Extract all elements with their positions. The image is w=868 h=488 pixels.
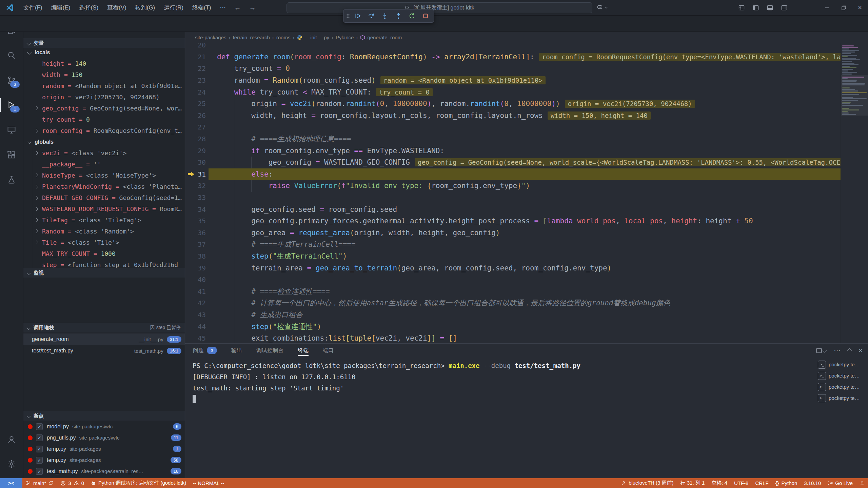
debug-restart-button[interactable] <box>406 11 418 21</box>
drag-handle-icon[interactable] <box>346 12 350 20</box>
code-line-37[interactable]: 37 # ====生成TerrainCell==== <box>185 239 841 250</box>
terminal-list-item[interactable]: >_pocketpy te… <box>818 392 867 404</box>
code-line-25[interactable]: 25 origin = vec2i(random.randint(0, 1000… <box>185 98 841 110</box>
variable-row[interactable]: geo_config = GeoConfig(seed=None, wor… <box>23 103 185 114</box>
status-item-right-7[interactable]: Go Live <box>824 478 856 488</box>
command-center[interactable]: [扩展开发宿主] godot-ldtk <box>287 2 592 13</box>
section-breakpoints[interactable]: 断点 <box>23 411 185 421</box>
code-line-27[interactable]: 27 <box>185 121 841 133</box>
variable-row[interactable]: locals <box>23 47 185 58</box>
status-item-left-3[interactable]: -- NORMAL -- <box>190 478 228 488</box>
copilot-button[interactable] <box>596 3 607 11</box>
code-line-20[interactable]: 20 <box>185 43 841 51</box>
breakpoint-checkbox[interactable]: ✓ <box>36 434 43 441</box>
maximize-panel-icon[interactable] <box>848 347 851 353</box>
breakpoint-checkbox[interactable]: ✓ <box>36 446 43 452</box>
variable-row[interactable]: __package__ = '' <box>23 159 185 170</box>
status-item-right-3[interactable]: UTF-8 <box>731 478 752 488</box>
menu-item-4[interactable]: 转到(G) <box>131 2 160 14</box>
code-line-42[interactable]: 42 # 计算每一个出口的中心，然后使用astar生成路径，确保每一个出口组合都… <box>185 297 841 309</box>
code-line-44[interactable]: 44 step("检查连通性") <box>185 321 841 333</box>
run-and-debug-icon[interactable]: 1 <box>3 97 20 113</box>
menu-item-0[interactable]: 文件(F) <box>19 2 47 14</box>
variable-row[interactable]: PlanetaryWindConfig = <class 'Planeta… <box>23 181 185 192</box>
variable-row[interactable]: TileTag = <class 'TileTag'> <box>23 215 185 226</box>
code-line-23[interactable]: 23 random = Random(room_config.seed)rand… <box>185 75 841 86</box>
code-line-35[interactable]: 35 geo_config.primary_forces.geothermal_… <box>185 215 841 227</box>
terminal-list-item[interactable]: >_pocketpy te… <box>818 359 867 370</box>
search-icon[interactable] <box>3 47 20 63</box>
terminal[interactable]: PS C:\computer_science\godot-ldtk\site-p… <box>193 357 817 478</box>
status-item-right-1[interactable]: 行 31, 列 1 <box>677 478 708 488</box>
variable-row[interactable]: WASTELAND_ROOM_REQUEST_CONFIG = RoomR… <box>23 203 185 215</box>
more-actions-icon[interactable]: ⋯ <box>834 346 841 354</box>
status-item-right-6[interactable]: 3.10.10 <box>801 478 824 488</box>
callstack-frame[interactable]: generate_room__init__.py31:1 <box>23 333 185 345</box>
nav-forward-icon[interactable]: → <box>245 4 260 12</box>
close-window-button[interactable]: × <box>852 0 868 15</box>
breadcrumb-item-__init__.py[interactable]: __init__.py <box>297 35 329 40</box>
code-line-38[interactable]: 38 step("生成TerrainCell") <box>185 250 841 262</box>
code-line-28[interactable]: 28 # ====生成初始地理信息==== <box>185 133 841 145</box>
nav-back-icon[interactable]: ← <box>230 4 245 12</box>
code-line-45[interactable]: 45 exit_combinations:list[tuple[vec2i, v… <box>185 332 841 343</box>
section-watch[interactable]: 监视 <box>23 268 185 278</box>
debug-continue-button[interactable] <box>352 11 363 21</box>
breakpoint-row[interactable]: ✓temp.pysite-packages1 <box>23 443 185 454</box>
breadcrumb[interactable]: site-packages›terrain_research›rooms›__i… <box>185 32 868 43</box>
code-line-33[interactable]: 33 <box>185 192 841 204</box>
breadcrumb-item-rooms[interactable]: rooms <box>276 35 291 40</box>
code-line-22[interactable]: 22 try_count = 0 <box>185 63 841 75</box>
variable-row[interactable]: try_count = 0 <box>23 114 185 125</box>
debug-step-out-button[interactable] <box>393 11 404 21</box>
close-panel-icon[interactable]: × <box>859 347 863 354</box>
code-line-31[interactable]: 31 else: <box>185 168 841 180</box>
code-area[interactable]: 2021def generate_room(room_config: RoomR… <box>185 43 841 343</box>
minimap[interactable] <box>841 43 868 343</box>
accounts-icon[interactable] <box>3 431 20 448</box>
breakpoint-checkbox[interactable]: ✓ <box>36 457 43 464</box>
toggle-secondary-sidebar-icon[interactable] <box>778 2 790 14</box>
variable-row[interactable]: height = 140 <box>23 58 185 69</box>
code-line-29[interactable]: 29 if room_config.env_type == EnvType.WA… <box>185 145 841 157</box>
variable-row[interactable]: DEFAULT_GEO_CONFIG = GeoConfig(seed=1… <box>23 192 185 203</box>
breadcrumb-item-Pylance[interactable]: Pylance <box>336 35 354 40</box>
panel-tab-终端[interactable]: 终端 <box>298 344 309 357</box>
status-item-right-5[interactable]: {}Python <box>772 478 801 488</box>
variable-row[interactable]: MAX_TRY_COUNT = 1000 <box>23 248 185 259</box>
status-item-right-4[interactable]: CRLF <box>752 478 772 488</box>
breakpoint-row[interactable]: ✓model.pysite-packages\wfc6 <box>23 421 185 432</box>
breakpoint-row[interactable]: ✓png_utils.pysite-packages\wfc11 <box>23 432 185 443</box>
terminal-list-item[interactable]: >_pocketpy te… <box>818 381 867 392</box>
breakpoint-row[interactable]: ✓test_math.pysite-packages\terrain_res…1… <box>23 466 185 477</box>
code-line-21[interactable]: 21def generate_room(room_config: RoomReq… <box>185 51 841 63</box>
breakpoint-checkbox[interactable]: ✓ <box>36 423 43 430</box>
section-callstack[interactable]: 调用堆栈因 step 已暂停 <box>23 323 185 332</box>
code-line-36[interactable]: 36 geo_area = request_area(origin, width… <box>185 227 841 239</box>
panel-tab-调试控制台[interactable]: 调试控制台 <box>256 344 283 357</box>
terminal-list-item[interactable]: >_pocketpy te… <box>818 370 867 381</box>
settings-gear-icon[interactable] <box>3 456 20 472</box>
status-item-left-0[interactable]: main* <box>22 478 57 488</box>
breadcrumb-item-site-packages[interactable]: site-packages <box>195 35 226 40</box>
code-line-30[interactable]: 30 geo_config = WASTELAND_GEO_CONFIGgeo_… <box>185 157 841 168</box>
variable-row[interactable]: random = <Random object at 0x1bf9d01e… <box>23 80 185 92</box>
code-line-41[interactable]: 41 # ====检查连通性==== <box>185 286 841 298</box>
status-item-right-2[interactable]: 空格: 4 <box>708 478 731 488</box>
variable-row[interactable]: room_config = RoomRequestConfig(env_t… <box>23 125 185 136</box>
status-item-right-8[interactable] <box>856 478 868 488</box>
customize-layout-icon[interactable] <box>736 2 747 14</box>
menu-item-5[interactable]: 运行(R) <box>159 2 188 14</box>
code-line-24[interactable]: 24 while try_count < MAX_TRY_COUNT:try_c… <box>185 86 841 98</box>
remote-explorer-icon[interactable] <box>3 122 20 138</box>
code-line-26[interactable]: 26 width, height = room_config.layout.n_… <box>185 110 841 122</box>
source-control-icon[interactable]: 3 <box>3 72 20 88</box>
maximize-button[interactable] <box>835 0 852 15</box>
status-item-right-0[interactable]: blueloveTH (3 周前) <box>618 478 677 488</box>
code-line-34[interactable]: 34 geo_config.seed = room_config.seed <box>185 204 841 216</box>
code-line-39[interactable]: 39 terrain_area = geo_area_to_terrain(ge… <box>185 262 841 274</box>
remote-indicator[interactable]: >< <box>0 478 22 488</box>
menu-item-2[interactable]: 选择(S) <box>75 2 103 14</box>
code-line-40[interactable]: 40 <box>185 274 841 286</box>
panel-tab-端口[interactable]: 端口 <box>323 344 334 357</box>
